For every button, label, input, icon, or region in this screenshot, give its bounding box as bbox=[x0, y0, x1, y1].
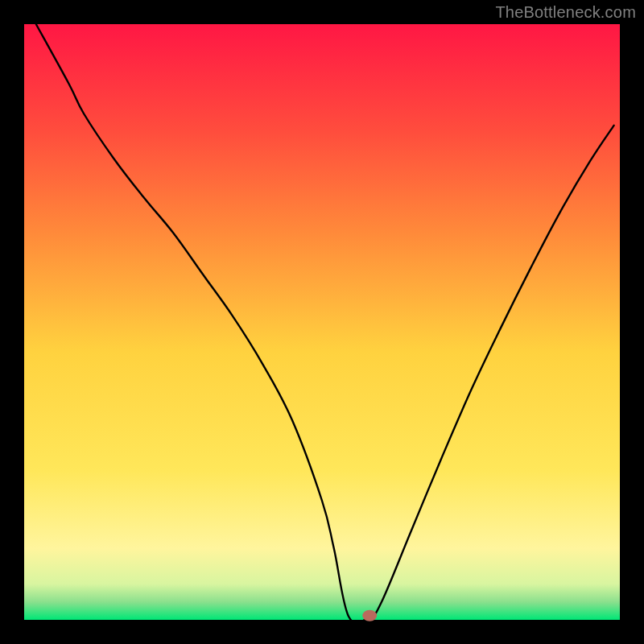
minimum-marker bbox=[362, 610, 377, 621]
attribution-text: TheBottleneck.com bbox=[495, 3, 636, 22]
bottleneck-chart bbox=[0, 0, 644, 644]
chart-container: TheBottleneck.com bbox=[0, 0, 644, 644]
plot-background bbox=[24, 24, 620, 620]
